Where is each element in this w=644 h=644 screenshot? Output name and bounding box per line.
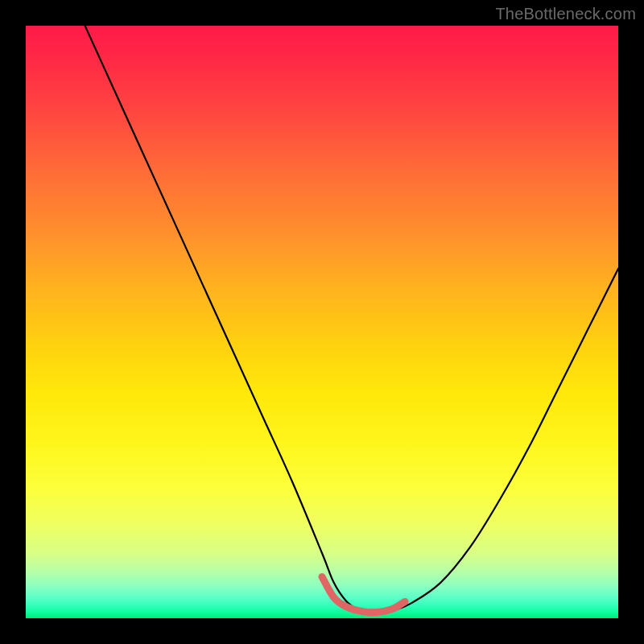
plot-area: [26, 26, 618, 618]
main-curve: [85, 26, 618, 613]
chart-frame: TheBottleneck.com: [0, 0, 644, 644]
watermark-text: TheBottleneck.com: [495, 5, 636, 23]
curve-svg: [26, 26, 618, 618]
